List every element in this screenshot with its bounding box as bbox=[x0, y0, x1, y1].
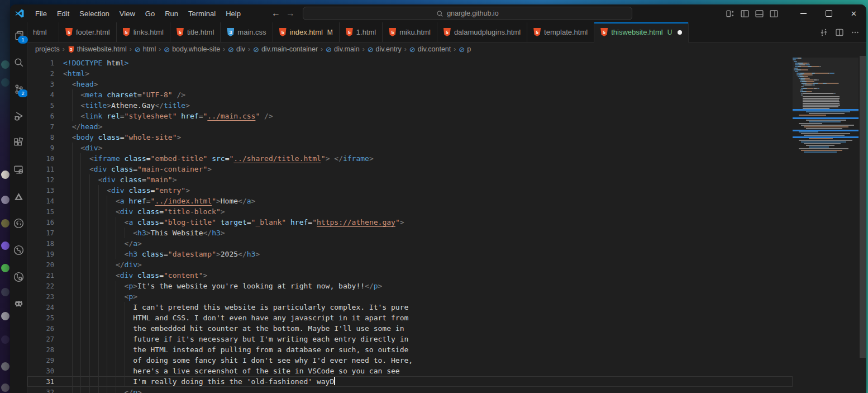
code-line-21[interactable]: 21 <div class="content"> bbox=[27, 270, 793, 281]
customize-layout-icon[interactable] bbox=[726, 9, 735, 18]
code-line-30[interactable]: 30 here's a live screenshot of the site … bbox=[27, 366, 793, 376]
breadcrumb: projects›5thiswebsite.html›⊘html›⊘body.w… bbox=[27, 42, 866, 56]
breadcrumb-item-div.content[interactable]: ⊘div.content bbox=[409, 45, 451, 54]
code-line-25[interactable]: 25 HTML and CSS. I don't even have any j… bbox=[27, 312, 793, 323]
code-text: <iframe class="embed-title" src="../shar… bbox=[63, 153, 374, 164]
code-line-13[interactable]: 13 <div class="entry"> bbox=[27, 185, 793, 196]
editor[interactable]: 1<!DOCTYPE html>2<html>3 <head>4 <meta c… bbox=[27, 56, 866, 393]
code-line-12[interactable]: 12 <div class="main"> bbox=[27, 174, 793, 185]
run-debug-icon[interactable] bbox=[12, 110, 25, 122]
minimap-slider[interactable] bbox=[793, 58, 859, 112]
menu-help[interactable]: Help bbox=[221, 7, 246, 20]
extensions-icon[interactable] bbox=[12, 136, 25, 149]
tab-thiswebsite.html[interactable]: 5thiswebsite.htmlU bbox=[594, 22, 689, 42]
menu-terminal[interactable]: Terminal bbox=[183, 7, 221, 20]
breadcrumb-item-thiswebsite.html[interactable]: 5thiswebsite.html bbox=[68, 45, 127, 54]
code-line-2[interactable]: 2<html> bbox=[27, 68, 793, 79]
symbol-icon: ⊘ bbox=[409, 45, 416, 54]
code-line-19[interactable]: 19 <h3 class="datestamp">2025</h3> bbox=[27, 249, 793, 259]
code-line-27[interactable]: 27 future if it's necessary but I'm writ… bbox=[27, 334, 793, 344]
menu-view[interactable]: View bbox=[115, 7, 140, 20]
breadcrumb-item-body.whole-site[interactable]: ⊘body.whole-site bbox=[164, 45, 220, 54]
code-line-28[interactable]: 28 the HTML instead of pulling from a da… bbox=[27, 344, 793, 355]
explorer-icon[interactable]: 1 bbox=[12, 29, 25, 41]
code-line-4[interactable]: 4 <meta charset="UTF-8" /> bbox=[27, 89, 793, 100]
source-control-icon[interactable]: 2 bbox=[12, 83, 25, 95]
minimap[interactable] bbox=[793, 58, 859, 393]
command-center[interactable]: gnargle.github.io bbox=[303, 7, 632, 20]
tab-miku.html[interactable]: 5miku.html bbox=[383, 22, 437, 42]
code-line-31[interactable]: 31 I'm really doing this the 'old-fashio… bbox=[27, 376, 793, 387]
code-line-22[interactable]: 22 <p>It's the website you're looking at… bbox=[27, 281, 793, 291]
breadcrumb-item-html[interactable]: ⊘html bbox=[135, 45, 156, 54]
code-line-1[interactable]: 1<!DOCTYPE html> bbox=[27, 58, 793, 68]
code-line-23[interactable]: 23 <p> bbox=[27, 291, 793, 302]
code-line-17[interactable]: 17 <h3>This Website</h3> bbox=[27, 228, 793, 238]
scrollbar-thumb[interactable] bbox=[860, 56, 866, 358]
toggle-secondary-sidebar-icon[interactable] bbox=[769, 9, 779, 18]
remote-explorer-icon[interactable] bbox=[12, 163, 25, 176]
code-line-26[interactable]: 26 the embedded hit counter at the botto… bbox=[27, 323, 793, 334]
code-line-11[interactable]: 11 <div class="main-container"> bbox=[27, 164, 793, 174]
search-icon[interactable] bbox=[12, 56, 25, 68]
tab-index.html[interactable]: 5index.htmlM bbox=[273, 22, 340, 42]
back-arrow-icon[interactable]: ← bbox=[271, 8, 280, 18]
code-line-32[interactable]: 32 </p> bbox=[27, 387, 793, 393]
code-line-10[interactable]: 10 <iframe class="embed-title" src="../s… bbox=[27, 153, 793, 164]
code-line-6[interactable]: 6 <link rel="stylesheet" href="../main.c… bbox=[27, 111, 793, 121]
breadcrumb-item-div[interactable]: ⊘div bbox=[228, 45, 245, 54]
menu-edit[interactable]: Edit bbox=[52, 7, 74, 20]
tab-dalamudplugins.html[interactable]: 5dalamudplugins.html bbox=[437, 22, 527, 42]
menu-run[interactable]: Run bbox=[160, 7, 183, 20]
godot-tools-icon[interactable] bbox=[12, 297, 25, 310]
menu-selection[interactable]: Selection bbox=[74, 7, 114, 20]
tab-template.html[interactable]: 5template.html bbox=[527, 22, 594, 42]
tab-main.css[interactable]: 3main.css bbox=[221, 22, 273, 42]
vertical-scrollbar[interactable] bbox=[859, 56, 866, 393]
code-line-18[interactable]: 18 </a> bbox=[27, 238, 793, 249]
code-line-8[interactable]: 8 <body class="whole-site"> bbox=[27, 132, 793, 143]
breadcrumb-item-div.entry[interactable]: ⊘div.entry bbox=[368, 45, 402, 54]
menu-go[interactable]: Go bbox=[140, 7, 160, 20]
tab-html[interactable]: html bbox=[27, 22, 59, 42]
minimize-button[interactable] bbox=[791, 4, 816, 22]
menu-file[interactable]: File bbox=[30, 7, 52, 20]
breadcrumb-separator: › bbox=[130, 45, 132, 53]
code-line-7[interactable]: 7 </head> bbox=[27, 121, 793, 132]
unsaved-dot-icon[interactable] bbox=[678, 30, 682, 35]
code-line-15[interactable]: 15 <div class="title-block"> bbox=[27, 206, 793, 217]
tab-footer.html[interactable]: 5footer.html bbox=[59, 22, 117, 42]
tab-links.html[interactable]: 5links.html bbox=[117, 22, 170, 42]
git-graph-icon[interactable] bbox=[12, 244, 25, 256]
code-line-29[interactable]: 29 of doing some fancy shit I don't see … bbox=[27, 355, 793, 366]
tab-1.html[interactable]: 51.html bbox=[340, 22, 383, 42]
breadcrumb-item-div.main-container[interactable]: ⊘div.main-container bbox=[253, 45, 318, 54]
code-line-24[interactable]: 24 I can't pretend this website is parti… bbox=[27, 302, 793, 312]
breadcrumb-item-p[interactable]: ⊘p bbox=[459, 45, 471, 54]
breadcrumb-item-div.main[interactable]: ⊘div.main bbox=[326, 45, 360, 54]
code-area[interactable]: 1<!DOCTYPE html>2<html>3 <head>4 <meta c… bbox=[27, 56, 793, 393]
code-line-20[interactable]: 20 </div> bbox=[27, 259, 793, 270]
compare-changes-icon[interactable] bbox=[819, 28, 828, 37]
code-line-14[interactable]: 14 <a href="../index.html">Home</a> bbox=[27, 196, 793, 206]
code-line-5[interactable]: 5 <title>Athene.Gay</title> bbox=[27, 100, 793, 111]
toggle-primary-sidebar-icon[interactable] bbox=[740, 9, 750, 18]
split-editor-icon[interactable] bbox=[835, 28, 844, 37]
html-file-icon: 5 bbox=[177, 28, 184, 36]
forward-arrow-icon[interactable]: → bbox=[286, 8, 295, 18]
breadcrumb-item-projects[interactable]: projects bbox=[35, 45, 60, 53]
code-line-16[interactable]: 16 <a class="blog-title" target="_blank"… bbox=[27, 217, 793, 228]
toggle-panel-icon[interactable] bbox=[755, 9, 764, 18]
html-file-icon: 5 bbox=[443, 28, 451, 36]
code-line-3[interactable]: 3 <head> bbox=[27, 79, 793, 89]
git-search-icon[interactable] bbox=[12, 271, 25, 283]
github-icon[interactable] bbox=[12, 217, 25, 229]
code-line-9[interactable]: 9 <div> bbox=[27, 143, 793, 153]
more-actions-icon[interactable] bbox=[851, 28, 860, 37]
tab-title.html[interactable]: 5title.html bbox=[170, 22, 221, 42]
maximize-button[interactable] bbox=[816, 4, 841, 22]
triangle-logo-icon[interactable] bbox=[12, 190, 25, 202]
code-text: the HTML instead of pulling from a datab… bbox=[63, 344, 408, 355]
line-number: 24 bbox=[27, 302, 54, 312]
close-button[interactable]: ✕ bbox=[841, 4, 866, 22]
